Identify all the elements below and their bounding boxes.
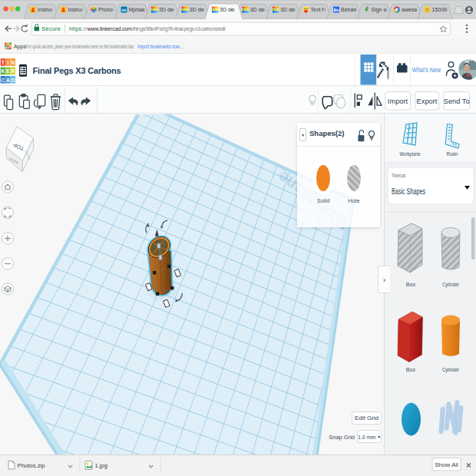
svg-text:×: ×	[233, 7, 236, 12]
svg-text:Apps: Apps	[14, 44, 26, 50]
svg-text:Instru: Instru	[38, 7, 51, 12]
svg-text:×: ×	[141, 7, 144, 12]
svg-text:×: ×	[263, 7, 266, 12]
svg-text:Tinkercad: Tinkercad	[392, 173, 405, 178]
svg-text:Import bookmarks now...: Import bookmarks now...	[137, 44, 183, 50]
svg-text:×: ×	[323, 7, 326, 12]
svg-text:Box: Box	[406, 281, 416, 288]
svg-text:×: ×	[445, 7, 448, 12]
svg-text:N: N	[12, 60, 15, 65]
svg-text:Instru: Instru	[68, 7, 82, 12]
svg-text:Cylinder: Cylinder	[442, 281, 459, 288]
svg-text:×: ×	[111, 7, 114, 12]
svg-text:A: A	[6, 78, 10, 83]
svg-text:Cylinder: Cylinder	[442, 366, 459, 373]
svg-text:Secure: Secure	[41, 25, 61, 32]
svg-text:C: C	[1, 78, 5, 83]
svg-text:Workplane: Workplane	[400, 151, 421, 157]
svg-text:×: ×	[81, 7, 84, 12]
svg-text:×: ×	[415, 7, 418, 12]
svg-text:1.jpg: 1.jpg	[95, 462, 107, 469]
svg-text:×: ×	[51, 7, 54, 12]
svg-text:Text f: Text f	[311, 7, 324, 12]
svg-text:Final Pegs X3 Carbons: Final Pegs X3 Carbons	[33, 66, 121, 75]
svg-text:R: R	[12, 68, 15, 74]
svg-text:What's New: What's New	[412, 66, 441, 74]
svg-text:in: in	[122, 8, 127, 12]
svg-text:Box: Box	[406, 366, 416, 373]
svg-text:E: E	[6, 68, 10, 74]
svg-text:Show All: Show All	[435, 461, 458, 468]
svg-text:Import: Import	[388, 98, 408, 105]
svg-text:K: K	[1, 68, 5, 74]
svg-text:×: ×	[172, 7, 175, 12]
svg-text:×: ×	[354, 7, 357, 12]
svg-text:Ruler: Ruler	[447, 151, 459, 157]
svg-text:Send To: Send To	[444, 98, 470, 105]
svg-text:https://www.tinkercad.com/thin: https://www.tinkercad.com/things/9Bk4PaX…	[69, 26, 226, 32]
svg-text:Photos.zip: Photos.zip	[18, 462, 45, 469]
svg-text:×: ×	[293, 7, 296, 12]
svg-text:I: I	[7, 60, 8, 65]
svg-text:×: ×	[202, 7, 205, 12]
svg-text:Be: Be	[333, 8, 339, 12]
svg-text:For quick access, place your b: For quick access, place your bookmarks h…	[26, 44, 134, 50]
svg-text:Export: Export	[417, 98, 438, 105]
svg-text:×: ×	[384, 7, 387, 12]
svg-text:T: T	[2, 60, 5, 65]
svg-text:D: D	[12, 78, 15, 83]
svg-text:Basic Shapes: Basic Shapes	[392, 187, 425, 196]
